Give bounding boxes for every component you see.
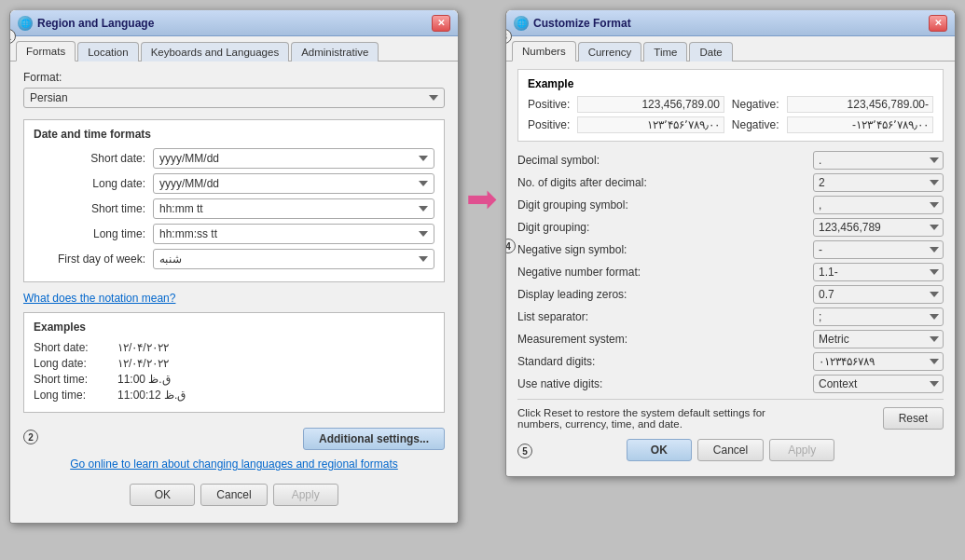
right-window-title: Customize Format <box>533 17 631 30</box>
short-date-row: Short date: yyyy/MM/dd <box>34 148 434 169</box>
long-date-label: Long date: <box>34 177 145 190</box>
format-label: Format: <box>23 71 445 84</box>
left-content: Format: Persian Date and time formats Sh… <box>10 61 458 523</box>
short-date-select[interactable]: yyyy/MM/dd <box>153 148 434 169</box>
example-grid: Positive: 123,456,789.00 Negative: 123,4… <box>528 96 933 133</box>
first-day-label: First day of week: <box>34 253 145 266</box>
display-leading-zeros-select[interactable]: 0.7 <box>813 285 944 304</box>
digits-after-decimal-select[interactable]: 2 <box>813 173 944 192</box>
example-short-date: Short date: ۱۲/۰۴/۲۰۲۲ <box>34 341 434 354</box>
short-date-label: Short date: <box>34 152 145 165</box>
standard-digits-select[interactable]: ۰۱۲۳۴۵۶۷۸۹ <box>813 352 944 371</box>
ex-short-time-label: Short time: <box>34 373 108 386</box>
right-cancel-button[interactable]: Cancel <box>697 439 764 461</box>
right-tabs-bar: Numbers Currency Time Date <box>506 36 955 61</box>
right-ok-cancel-row: 5 OK Cancel Apply <box>517 433 944 469</box>
examples-section: Examples Short date: ۱۲/۰۴/۲۰۲۲ Long dat… <box>23 312 445 413</box>
digits-after-decimal-label: No. of digits after decimal: <box>517 176 807 189</box>
ex-long-time-value: ق.ظ 11:00:12 <box>117 389 186 402</box>
left-close-button[interactable]: ✕ <box>432 15 450 32</box>
digit-grouping-symbol-label: Digit grouping symbol: <box>517 198 807 212</box>
long-time-select[interactable]: hh:mm:ss tt <box>153 224 434 244</box>
ex-long-time-label: Long time: <box>34 389 108 402</box>
example-box: Example Positive: 123,456,789.00 Negativ… <box>517 69 944 142</box>
short-time-label: Short time: <box>34 202 145 215</box>
neg2-value: -۱۲۳٬۴۵۶٬۷۸۹٫۰۰ <box>787 116 933 133</box>
pos1-label: Positive: <box>528 98 570 111</box>
ex-short-date-value: ۱۲/۰۴/۲۰۲۲ <box>117 341 169 354</box>
neg1-value: 123,456,789.00- <box>787 96 933 113</box>
negative-sign-select[interactable]: - <box>813 240 944 259</box>
left-tabs-bar: Formats Location Keyboards and Languages… <box>10 36 458 61</box>
left-ok-cancel-row: OK Cancel Apply <box>23 478 445 513</box>
left-apply-button[interactable]: Apply <box>273 484 338 506</box>
use-native-digits-select[interactable]: Context <box>813 375 944 393</box>
ex-short-time-value: ق.ظ 11:00 <box>117 373 171 386</box>
additional-settings-row: 2 Additional settings... <box>23 420 445 454</box>
pos2-value: ۱۲۳٬۴۵۶٬۷۸۹٫۰۰ <box>577 116 724 133</box>
notation-link[interactable]: What does the notation mean? <box>23 292 175 305</box>
right-content: Example Positive: 123,456,789.00 Negativ… <box>506 61 955 476</box>
date-time-title: Date and time formats <box>34 128 434 141</box>
example-short-time: Short time: ق.ظ 11:00 <box>34 373 434 386</box>
arrow-icon: ➡ <box>466 177 498 220</box>
bottom-link[interactable]: Go online to learn about changing langua… <box>70 458 398 471</box>
measurement-system-label: Measurement system: <box>517 333 807 346</box>
long-time-row: Long time: hh:mm:ss tt <box>34 224 434 244</box>
right-title-bar: 🌐 Customize Format ✕ <box>506 10 955 36</box>
example-long-date: Long date: ۱۲/۰۴/۲۰۲۲ <box>34 357 434 370</box>
customize-format-window: 🌐 Customize Format ✕ 3 Numbers Currency … <box>505 9 956 477</box>
tab-date[interactable]: Date <box>689 42 732 61</box>
first-day-row: First day of week: شنبه <box>34 249 434 269</box>
tab-location[interactable]: Location <box>77 42 138 61</box>
left-window-title: Region and Language <box>37 17 154 30</box>
decimal-symbol-label: Decimal symbol: <box>517 154 807 167</box>
tab-formats[interactable]: Formats <box>16 41 76 61</box>
date-time-section: Date and time formats Short date: yyyy/M… <box>23 119 445 282</box>
left-cancel-button[interactable]: Cancel <box>200 484 267 506</box>
negative-number-format-select[interactable]: 1.1- <box>813 263 944 281</box>
pos1-value: 123,456,789.00 <box>577 96 724 113</box>
short-time-row: Short time: hh:mm tt <box>34 198 434 219</box>
tab-numbers[interactable]: Numbers <box>512 41 576 61</box>
reset-row: Click Reset to restore the system defaul… <box>517 399 944 433</box>
additional-settings-button[interactable]: Additional settings... <box>303 428 445 450</box>
tab-time[interactable]: Time <box>643 42 687 61</box>
example-long-time: Long time: ق.ظ 11:00:12 <box>34 389 434 402</box>
tab-administrative[interactable]: Administrative <box>291 42 379 61</box>
long-time-label: Long time: <box>34 227 145 240</box>
example-box-title: Example <box>528 77 933 90</box>
measurement-system-select[interactable]: Metric <box>813 330 944 348</box>
ex-short-date-label: Short date: <box>34 341 108 354</box>
tab-keyboards[interactable]: Keyboards and Languages <box>141 42 289 61</box>
long-date-select[interactable]: yyyy/MM/dd <box>153 173 434 194</box>
negative-sign-label: Negative sign symbol: <box>517 243 807 256</box>
short-time-select[interactable]: hh:mm tt <box>153 198 434 219</box>
display-leading-zeros-label: Display leading zeros: <box>517 288 807 301</box>
settings-grid: 4 Decimal symbol: . No. of digits after … <box>517 151 944 393</box>
first-day-select[interactable]: شنبه <box>153 249 434 269</box>
long-date-row: Long date: yyyy/MM/dd <box>34 173 434 194</box>
window-icon-left: 🌐 <box>18 16 33 31</box>
digit-grouping-symbol-select[interactable]: , <box>813 196 944 214</box>
right-ok-button[interactable]: OK <box>627 439 692 461</box>
format-select[interactable]: Persian <box>23 88 445 108</box>
decimal-symbol-select[interactable]: . <box>813 151 944 170</box>
tab-currency[interactable]: Currency <box>578 42 642 61</box>
region-language-window: 🌐 Region and Language ✕ 1 Formats Locati… <box>9 9 459 524</box>
left-ok-button[interactable]: OK <box>130 484 195 506</box>
badge-4: 4 <box>505 239 516 253</box>
digit-grouping-select[interactable]: 123,456,789 <box>813 218 944 237</box>
ex-long-date-value: ۱۲/۰۴/۲۰۲۲ <box>117 357 169 370</box>
negative-number-format-label: Negative number format: <box>517 266 807 279</box>
ex-long-date-label: Long date: <box>34 357 108 370</box>
arrow-container: ➡ <box>459 9 505 220</box>
pos2-label: Positive: <box>528 118 570 131</box>
badge-2: 2 <box>23 430 38 444</box>
right-apply-button[interactable]: Apply <box>769 439 834 461</box>
list-separator-select[interactable]: ; <box>813 307 944 326</box>
reset-button[interactable]: Reset <box>883 407 944 430</box>
digit-grouping-label: Digit grouping: <box>517 221 807 234</box>
bottom-link-row: Go online to learn about changing langua… <box>23 458 445 478</box>
right-close-button[interactable]: ✕ <box>929 15 947 32</box>
